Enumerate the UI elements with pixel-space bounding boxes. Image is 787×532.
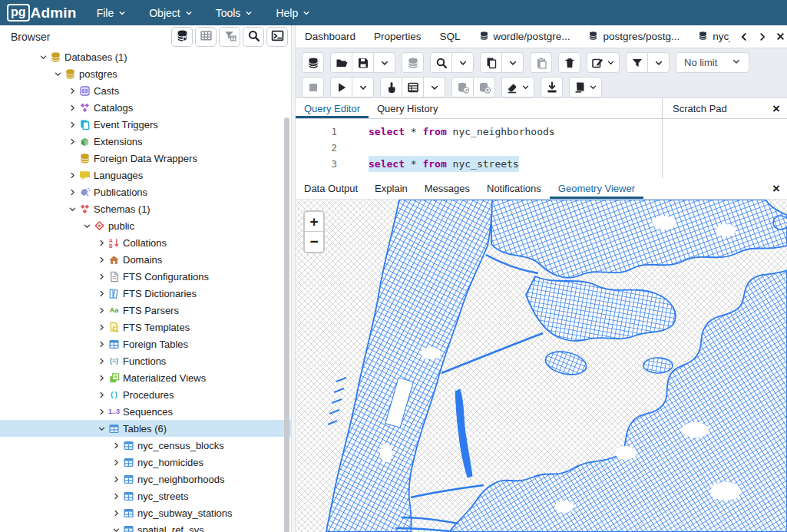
filtered-rows-icon-button[interactable] (219, 27, 240, 47)
chevron-down-icon[interactable] (95, 422, 107, 435)
explain-button[interactable] (380, 77, 402, 97)
tree-item-nyc-homicides[interactable]: nyc_homicides (0, 454, 291, 471)
filter-options-button[interactable] (647, 52, 670, 73)
filter-button[interactable] (626, 52, 648, 73)
commit-button[interactable] (451, 77, 474, 97)
chevron-right-icon[interactable] (95, 287, 107, 299)
tree-scrollbar[interactable] (284, 117, 289, 532)
chevron-right-icon[interactable] (66, 186, 78, 198)
explain-options-button[interactable] (423, 77, 445, 97)
execute-query-button[interactable] (330, 77, 352, 97)
chevron-right-icon[interactable] (66, 169, 78, 181)
tree-item-nyc-census-blocks[interactable]: nyc_census_blocks (0, 437, 291, 454)
menu-object[interactable]: Object (149, 7, 192, 19)
tree-item-event-triggers[interactable]: Event Triggers (0, 116, 291, 133)
delete-button[interactable] (558, 52, 580, 73)
tree-item-languages[interactable]: Languages (0, 167, 291, 183)
chevron-down-icon[interactable] (81, 220, 93, 232)
tree-item-foreign-data-wrappers[interactable]: Foreign Data Wrappers (0, 150, 291, 167)
tree-item-nyc-streets[interactable]: nyc_streets (0, 487, 291, 504)
download-results-button[interactable] (541, 77, 563, 97)
explain-analyze-button[interactable] (402, 77, 424, 97)
chevron-right-icon[interactable] (95, 270, 107, 283)
chevron-right-icon[interactable] (110, 456, 122, 468)
tree-item-functions[interactable]: (≡)Functions (0, 352, 291, 369)
map-zoom-out-button[interactable]: − (305, 232, 323, 252)
tree-item-fts-parsers[interactable]: AaFTS Parsers (0, 302, 291, 319)
save-options-button[interactable] (373, 52, 395, 73)
chevron-right-icon[interactable] (110, 439, 122, 451)
macros-button[interactable] (569, 77, 602, 97)
results-tab-notifications[interactable]: Notifications (478, 178, 550, 199)
open-file-button[interactable] (330, 52, 352, 73)
tree-item-materialized-views[interactable]: Materialized Views (0, 369, 291, 386)
chevron-right-icon[interactable] (95, 388, 107, 401)
tree-item-nyc-subway-stations[interactable]: nyc_subway_stations (0, 504, 291, 521)
row-limit-select[interactable]: No limit (676, 52, 749, 73)
chevron-down-icon[interactable] (110, 524, 122, 532)
chevron-right-icon[interactable] (95, 236, 107, 249)
psql-tool-icon-button[interactable] (266, 27, 288, 47)
chevron-right-icon[interactable] (95, 405, 107, 418)
change-connection-button[interactable] (402, 52, 424, 73)
main-tab-dashboard[interactable]: Dashboard (296, 25, 365, 48)
sql-editor[interactable]: 1select * from nyc_neighborhoods23select… (296, 119, 662, 178)
cancel-query-button[interactable] (302, 77, 324, 97)
tab-scroll-left-icon[interactable] (739, 31, 749, 42)
copy-button[interactable] (480, 52, 502, 73)
tree-item-databases-1-[interactable]: Databases (1) (0, 48, 291, 65)
main-tab-properties[interactable]: Properties (365, 25, 431, 48)
tree-item-fts-configurations[interactable]: FTS Configurations (0, 268, 291, 285)
tree-item-fts-dictionaries[interactable]: FTS Dictionaries (0, 285, 291, 302)
tree-item-collations[interactable]: ABCollations (0, 234, 291, 251)
tree-item-schemas-1-[interactable]: Schemas (1) (0, 200, 291, 217)
tree-item-domains[interactable]: Domains (0, 251, 291, 268)
edit-menu-button[interactable] (587, 52, 620, 73)
chevron-right-icon[interactable] (95, 253, 107, 266)
chevron-right-icon[interactable] (95, 304, 107, 316)
chevron-down-icon[interactable] (66, 203, 78, 215)
chevron-right-icon[interactable] (66, 118, 78, 131)
copy-options-button[interactable] (501, 52, 524, 73)
tab-close-icon[interactable] (775, 31, 785, 41)
tree-item-tables-6-[interactable]: Tables (6) (0, 420, 291, 437)
editor-tab-query-history[interactable]: Query History (369, 98, 446, 118)
chevron-right-icon[interactable] (66, 84, 78, 97)
connection-status-button[interactable] (302, 52, 324, 73)
scratch-pad-body[interactable] (663, 119, 787, 178)
tree-item-fts-templates[interactable]: FTS Templates (0, 319, 291, 335)
clear-query-button[interactable] (501, 77, 534, 97)
tree-item-postgres[interactable]: postgres (0, 65, 291, 82)
chevron-right-icon[interactable] (110, 473, 122, 485)
results-tab-messages[interactable]: Messages (416, 178, 478, 199)
editor-tab-query-editor[interactable]: Query Editor (296, 98, 369, 118)
geometry-viewer-map[interactable]: + − (296, 200, 787, 532)
menu-help[interactable]: Help (276, 7, 310, 19)
tree-item-foreign-tables[interactable]: Foreign Tables (0, 335, 291, 352)
main-tab-nyc-[interactable]: nyc_ (689, 25, 730, 48)
chevron-right-icon[interactable] (95, 372, 107, 384)
results-tab-geometry-viewer[interactable]: Geometry Viewer (550, 178, 643, 199)
chevron-right-icon[interactable] (110, 507, 122, 519)
results-tab-explain[interactable]: Explain (366, 178, 416, 199)
main-tab-wordle-postgre-[interactable]: wordle/postgre... (470, 25, 580, 48)
tab-scroll-right-icon[interactable] (757, 31, 768, 42)
find-button[interactable] (430, 52, 452, 73)
search-objects-icon-button[interactable] (243, 27, 264, 47)
save-file-button[interactable] (352, 52, 374, 73)
tree-item-publications[interactable]: Publications (0, 183, 291, 200)
chevron-right-icon[interactable] (95, 355, 107, 367)
tree-item-sequences[interactable]: 1..3Sequences (0, 403, 291, 420)
main-tab-postgres-postg-[interactable]: postgres/postg... (579, 25, 689, 48)
results-close-icon[interactable]: × (772, 182, 787, 195)
chevron-down-icon[interactable] (51, 68, 64, 80)
tree-item-procedures[interactable]: ( )Procedures (0, 386, 291, 403)
connect-server-icon-button[interactable] (171, 27, 193, 47)
tree-item-extensions[interactable]: Extensions (0, 133, 291, 150)
grid-view-icon-button[interactable] (195, 27, 217, 47)
rollback-button[interactable] (473, 77, 495, 97)
results-tab-data-output[interactable]: Data Output (296, 178, 366, 199)
tree-item-nyc-neighborhoods[interactable]: nyc_neighborhoods (0, 471, 291, 487)
map-zoom-in-button[interactable]: + (305, 212, 323, 232)
menu-tools[interactable]: Tools (216, 7, 253, 19)
